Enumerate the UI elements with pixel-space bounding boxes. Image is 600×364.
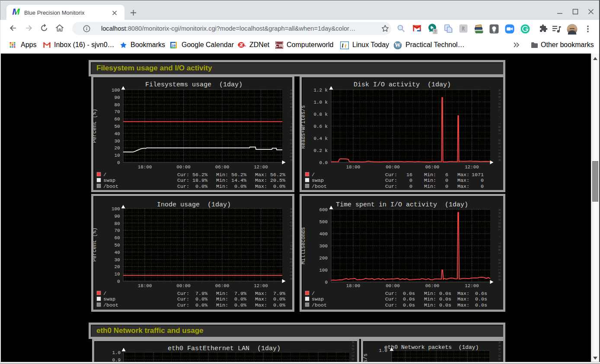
- svg-text:Min: 0.0%: Min: 0.0%: [216, 296, 247, 302]
- svg-text:Cur:: Cur:: [385, 291, 397, 297]
- svg-text:0: 0: [325, 280, 328, 285]
- svg-text:Filesystems usage (1day): Filesystems usage (1day): [145, 81, 243, 89]
- svg-text:28: 28: [172, 44, 176, 47]
- svg-text:0.0s: 0.0s: [475, 296, 487, 302]
- svg-text:00:00: 00:00: [386, 283, 399, 288]
- svg-text:70: 70: [115, 228, 120, 233]
- svg-text:90: 90: [115, 214, 120, 219]
- svg-text:Min: 0.0%: Min: 0.0%: [216, 302, 247, 308]
- svg-text:RRDTOOL / TOBI OETIKER: RRDTOOL / TOBI OETIKER: [289, 89, 292, 162]
- svg-text:Max:: Max:: [457, 172, 469, 178]
- svg-text:RRDTOOL / TOBI OETIKER: RRDTOOL / TOBI OETIKER: [498, 342, 501, 362]
- svg-text:0: 0: [445, 184, 448, 190]
- svg-text:Max: 0.0%: Max: 0.0%: [255, 296, 286, 302]
- svg-text:20: 20: [115, 146, 120, 151]
- svg-text:Min:: Min:: [424, 184, 436, 190]
- svg-text:500: 500: [319, 219, 328, 225]
- svg-text:00:00: 00:00: [176, 283, 190, 288]
- svg-text:/boot: /boot: [103, 302, 118, 308]
- svg-text:200: 200: [319, 256, 328, 261]
- svg-text:/: /: [312, 291, 315, 297]
- svg-text:Disk I/O activity (1day): Disk I/O activity (1day): [354, 81, 451, 89]
- svg-text:0.0s: 0.0s: [475, 302, 487, 308]
- svg-text:18:00: 18:00: [346, 283, 360, 288]
- svg-text:Max:: Max:: [457, 177, 469, 184]
- svg-text:0.0s: 0.0s: [439, 291, 451, 297]
- svg-text:0.0s: 0.0s: [439, 302, 451, 308]
- svg-text:10: 10: [115, 272, 120, 277]
- svg-text:12:00: 12:00: [465, 165, 479, 170]
- svg-text:60: 60: [115, 235, 120, 241]
- svg-text:100: 100: [112, 88, 120, 93]
- svg-text:0.6s: 0.6s: [475, 291, 487, 297]
- svg-text:00:00: 00:00: [386, 165, 399, 170]
- svg-text:80: 80: [115, 102, 120, 108]
- svg-text:t: t: [345, 42, 347, 49]
- svg-text:Max: 7.9%: Max: 7.9%: [255, 291, 286, 297]
- svg-text:06:00: 06:00: [425, 283, 439, 288]
- svg-text:Cur:: Cur:: [385, 177, 397, 184]
- svg-text:18:00: 18:00: [138, 283, 152, 288]
- svg-text:Cur: 18.9%: Cur: 18.9%: [177, 177, 208, 184]
- svg-text:40: 40: [115, 250, 120, 255]
- svg-text:100: 100: [319, 268, 328, 273]
- svg-text:0.0s: 0.0s: [403, 302, 415, 308]
- svg-text:Min:: Min:: [424, 172, 436, 178]
- svg-text:0: 0: [481, 184, 484, 190]
- svg-text:30: 30: [115, 257, 120, 263]
- svg-text:10: 10: [115, 153, 120, 158]
- svg-text:swap: swap: [103, 177, 115, 184]
- svg-text:Max: 0.0%: Max: 0.0%: [255, 184, 286, 190]
- svg-text:400: 400: [319, 231, 328, 237]
- svg-text:100: 100: [112, 206, 120, 212]
- svg-text:Percent (%): Percent (%): [93, 109, 98, 143]
- svg-text:50: 50: [115, 243, 120, 248]
- svg-text:?: ?: [434, 29, 436, 34]
- svg-text:RRDTOOL / TOBI OETIKER: RRDTOOL / TOBI OETIKER: [351, 342, 354, 362]
- svg-text:06:00: 06:00: [215, 283, 229, 288]
- svg-text:Time spent in I/O activity (1: Time spent in I/O activity (1day): [336, 201, 468, 209]
- svg-text:Min: 56.2%: Min: 56.2%: [216, 172, 247, 178]
- svg-text:40: 40: [115, 131, 120, 136]
- svg-text:/boot: /boot: [312, 184, 327, 190]
- svg-text:Reads+Writes/s: Reads+Writes/s: [302, 105, 306, 149]
- svg-text:Milliseconds: Milliseconds: [302, 227, 306, 264]
- svg-text:Min:: Min:: [424, 291, 436, 297]
- svg-text:Max:: Max:: [457, 302, 469, 308]
- svg-text:Max: 0.0%: Max: 0.0%: [255, 302, 286, 308]
- svg-text:80: 80: [115, 221, 120, 226]
- svg-text:W: W: [395, 42, 401, 48]
- svg-text:/boot: /boot: [312, 302, 327, 308]
- svg-text:18:00: 18:00: [346, 165, 360, 170]
- svg-text:00:00: 00:00: [176, 165, 190, 170]
- svg-text:90: 90: [115, 95, 120, 100]
- svg-text:12:00: 12:00: [465, 283, 479, 288]
- svg-text:0.8 k: 0.8 k: [314, 112, 328, 117]
- svg-text:Packets/s: Packets/s: [363, 354, 369, 362]
- svg-text:Cur: 7.9%: Cur: 7.9%: [177, 291, 208, 297]
- svg-text:Min:: Min:: [424, 177, 436, 184]
- svg-text:Max:: Max:: [457, 291, 469, 297]
- svg-text:Min: 0.0%: Min: 0.0%: [216, 184, 247, 190]
- svg-text:70: 70: [115, 109, 120, 114]
- svg-text:0.2 k: 0.2 k: [314, 148, 328, 153]
- svg-text:6: 6: [445, 172, 448, 178]
- svg-text:0: 0: [117, 160, 120, 165]
- svg-text:600: 600: [319, 207, 328, 212]
- svg-text:Max: 20.5%: Max: 20.5%: [255, 177, 286, 184]
- svg-text:Percent (%): Percent (%): [93, 228, 98, 262]
- svg-text:/: /: [103, 172, 106, 178]
- svg-text:Min:: Min:: [424, 302, 436, 308]
- svg-text:Inode usage (1day): Inode usage (1day): [157, 201, 231, 209]
- svg-text:0.0s: 0.0s: [403, 296, 415, 302]
- svg-text:Cur: 0.0%: Cur: 0.0%: [177, 184, 208, 190]
- svg-text:0: 0: [409, 177, 412, 184]
- svg-text:Cur:: Cur:: [385, 172, 397, 178]
- svg-text:0: 0: [445, 177, 448, 184]
- svg-text:60: 60: [115, 117, 120, 122]
- svg-text:swap: swap: [312, 177, 324, 184]
- svg-text:Cur: 56.2%: Cur: 56.2%: [177, 172, 208, 178]
- svg-text:1.0: 1.0: [379, 348, 387, 353]
- svg-text:06:00: 06:00: [215, 165, 229, 170]
- svg-text:30: 30: [115, 139, 120, 144]
